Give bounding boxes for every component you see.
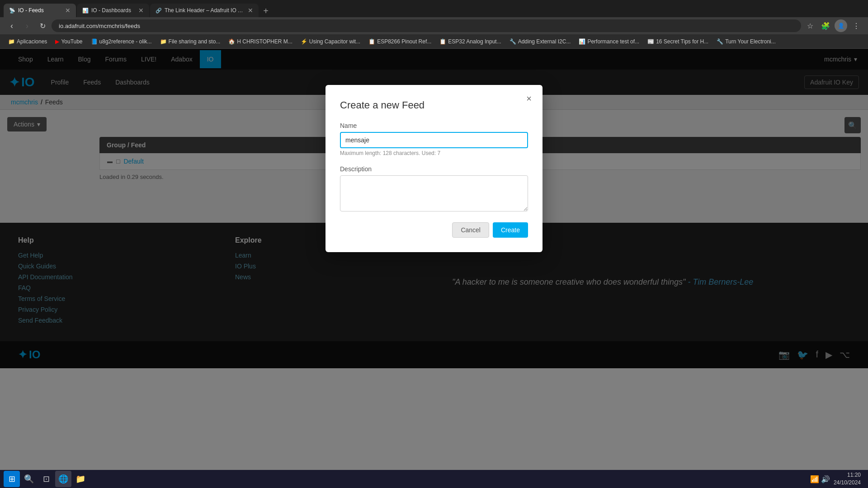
tab-bar: 📡 IO - Feeds ✕ 📊 IO - Dashboards ✕ 🔗 The…: [0, 0, 868, 17]
tab-2-title: IO - Dashboards: [91, 7, 136, 14]
taskbar-taskview[interactable]: ⊡: [38, 471, 54, 487]
secrets-label: 16 Secret Tips for H...: [656, 38, 708, 45]
esp8-favicon: 📋: [368, 38, 375, 45]
bookmarks-bar: 📁 Aplicaciones ▶ YouTube 📘 u8g2reference…: [0, 34, 868, 49]
date: 24/10/2024: [834, 479, 861, 487]
bookmark-filesharing[interactable]: 📁 File sharing and sto...: [156, 37, 224, 46]
bookmark-u8g2[interactable]: 📘 u8g2reference - olik...: [87, 37, 156, 46]
tab-3-title: The Link Header – Adafruit IO Ai...: [165, 7, 245, 14]
modal: Create a new Feed × Name Maximum length:…: [326, 85, 542, 252]
bookmark-16secrets[interactable]: 📰 16 Secret Tips for H...: [644, 37, 712, 46]
browser-chrome: 📡 IO - Feeds ✕ 📊 IO - Dashboards ✕ 🔗 The…: [0, 0, 868, 34]
cap-label: Using Capacitor wit...: [309, 38, 360, 45]
esp32-label: ESP32 Analog Input...: [448, 38, 501, 45]
bookmark-favicon: 📁: [8, 38, 15, 45]
new-tab-button[interactable]: +: [259, 5, 272, 17]
i2c-label: Adding External I2C...: [518, 38, 571, 45]
site-container: Shop Learn Blog Forums LIVE! Adabox IO m…: [0, 49, 868, 488]
wifi-icon[interactable]: 📶: [810, 475, 819, 483]
bookmark-label: Aplicaciones: [17, 38, 47, 45]
hc-favicon: 🏠: [228, 38, 235, 45]
taskbar-search[interactable]: 🔍: [21, 471, 37, 487]
address-bar[interactable]: [52, 19, 801, 32]
secrets-favicon: 📰: [647, 38, 654, 45]
perf-favicon: 📊: [579, 38, 585, 45]
taskbar-right: 📶 🔊 11:20 24/10/2024: [807, 471, 864, 487]
modal-actions: Cancel Create: [340, 222, 528, 238]
modal-title: Create a new Feed: [340, 99, 528, 111]
cancel-button[interactable]: Cancel: [452, 222, 489, 238]
hc-label: H CHRISTOPHER M...: [237, 38, 292, 45]
time: 11:20: [834, 471, 861, 479]
back-button[interactable]: ‹: [5, 19, 18, 32]
fs-favicon: 📁: [160, 38, 167, 45]
nav-icon-menu[interactable]: ⋮: [850, 19, 863, 32]
turn-favicon: 🔧: [717, 38, 723, 45]
esp32-favicon: 📋: [439, 38, 446, 45]
bookmark-aplicaciones[interactable]: 📁 Aplicaciones: [5, 37, 51, 46]
modal-overlay: Create a new Feed × Name Maximum length:…: [0, 49, 868, 488]
reload-button[interactable]: ↻: [36, 19, 49, 32]
nav-icon-extensions[interactable]: 🧩: [819, 19, 832, 32]
nav-icon-star[interactable]: ☆: [804, 19, 816, 32]
modal-close-button[interactable]: ×: [523, 92, 535, 105]
clock: 11:20 24/10/2024: [834, 471, 861, 487]
cap-favicon: ⚡: [301, 38, 307, 45]
forward-button[interactable]: ›: [21, 19, 33, 32]
tab-2-favicon: 📊: [82, 8, 89, 14]
bookmark-turn[interactable]: 🔧 Turn Your Electroni...: [713, 37, 779, 46]
tab-1-title: IO - Feeds: [18, 7, 62, 14]
name-label: Name: [340, 122, 528, 129]
taskbar: ⊞ 🔍 ⊡ 🌐 📁 📶 🔊 11:20 24/10/2024: [0, 470, 868, 488]
bookmark-youtube[interactable]: ▶ YouTube: [52, 37, 86, 46]
nav-bar: ‹ › ↻ ☆ 🧩 👤 ⋮: [0, 17, 868, 34]
name-input[interactable]: [340, 132, 528, 148]
youtube-label: YouTube: [61, 38, 82, 45]
description-label: Description: [340, 165, 528, 173]
bookmark-hchris[interactable]: 🏠 H CHRISTOPHER M...: [225, 37, 296, 46]
nav-icon-profile[interactable]: 👤: [835, 19, 847, 32]
tab-2[interactable]: 📊 IO - Dashboards ✕: [77, 4, 149, 17]
esp8-label: ESP8266 Pinout Ref...: [377, 38, 431, 45]
tab-3[interactable]: 🔗 The Link Header – Adafruit IO Ai... ✕: [150, 4, 259, 17]
tab-1[interactable]: 📡 IO - Feeds ✕: [4, 4, 76, 17]
description-input[interactable]: [340, 175, 528, 211]
u8g2-label: u8g2reference - olik...: [99, 38, 152, 45]
tab-1-favicon: 📡: [9, 8, 15, 14]
bookmark-esp8266[interactable]: 📋 ESP8266 Pinout Ref...: [365, 37, 435, 46]
bookmark-esp32[interactable]: 📋 ESP32 Analog Input...: [436, 37, 505, 46]
start-button[interactable]: ⊞: [4, 471, 20, 487]
turn-label: Turn Your Electroni...: [725, 38, 776, 45]
youtube-favicon: ▶: [55, 38, 59, 45]
name-hint: Maximum length: 128 characters. Used: 7: [340, 150, 528, 156]
bookmark-capacitor[interactable]: ⚡ Using Capacitor wit...: [297, 37, 364, 46]
tab-2-close[interactable]: ✕: [138, 7, 144, 14]
tab-3-favicon: 🔗: [156, 8, 162, 14]
u8g2-favicon: 📘: [91, 38, 98, 45]
tab-3-close[interactable]: ✕: [248, 7, 253, 14]
perf-label: Performance test of...: [587, 38, 639, 45]
i2c-favicon: 🔧: [509, 38, 516, 45]
taskbar-files[interactable]: 📁: [72, 471, 89, 487]
bookmark-i2c[interactable]: 🔧 Adding External I2C...: [506, 37, 575, 46]
volume-icon[interactable]: 🔊: [821, 475, 830, 483]
create-button[interactable]: Create: [493, 222, 528, 238]
tab-1-close[interactable]: ✕: [65, 7, 71, 14]
bookmark-perf[interactable]: 📊 Performance test of...: [575, 37, 643, 46]
fs-label: File sharing and sto...: [169, 38, 221, 45]
taskbar-chrome[interactable]: 🌐: [55, 471, 71, 487]
system-tray: 📶 🔊: [810, 475, 830, 483]
